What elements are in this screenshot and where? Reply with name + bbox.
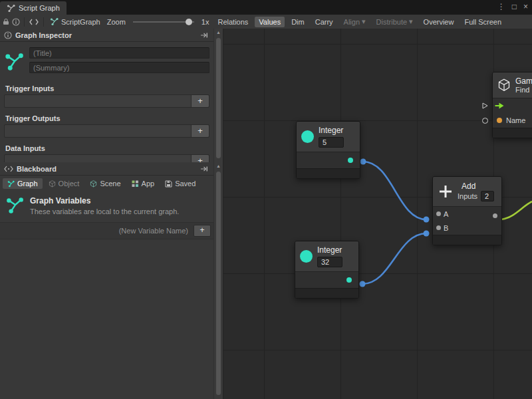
- integer-value-field[interactable]: 32: [317, 257, 342, 267]
- dock-arrow-icon[interactable]: [200, 166, 208, 172]
- graph-canvas[interactable]: Integer 5 Integer 32: [223, 29, 532, 399]
- new-variable-input[interactable]: [3, 226, 194, 235]
- integer-node-2[interactable]: Integer 32: [295, 241, 359, 299]
- graph-title-input[interactable]: [29, 47, 209, 59]
- distribute-label: Distribute: [376, 18, 407, 26]
- add-trigger-output-button[interactable]: +: [191, 125, 209, 137]
- zoom-slider-handle[interactable]: [186, 19, 192, 25]
- values-button[interactable]: Values: [255, 17, 285, 27]
- inputs-count-field[interactable]: 2: [481, 191, 494, 201]
- sidebar: Graph Inspector Trigger Inputs + Trigger…: [0, 29, 223, 399]
- close-icon[interactable]: ×: [523, 2, 528, 11]
- align-label: Align: [344, 18, 360, 26]
- wire-integer5-to-add-a[interactable]: [363, 162, 426, 219]
- add-trigger-input-button[interactable]: +: [191, 95, 209, 107]
- tab-saved[interactable]: Saved: [160, 178, 200, 189]
- tab-script-graph[interactable]: Script Graph: [0, 1, 66, 15]
- inputs-label: Inputs: [458, 192, 477, 200]
- graph-toolbar: ScriptGraph Zoom 1x Relations Values Dim…: [0, 15, 532, 29]
- carry-label: Carry: [315, 18, 333, 26]
- find-node-header: Game Find: [493, 72, 532, 98]
- graph-variables-block: Graph Variables These variables are loca…: [0, 192, 223, 218]
- tab-graph-label: Graph: [17, 180, 38, 188]
- tab-saved-label: Saved: [175, 180, 196, 188]
- tab-graph[interactable]: Graph: [3, 178, 43, 189]
- info-icon[interactable]: [12, 18, 20, 26]
- control-input-port[interactable]: [482, 102, 488, 109]
- inspector-scrollbar-thumb[interactable]: [216, 38, 221, 158]
- tab-app[interactable]: App: [127, 178, 160, 189]
- tab-scene[interactable]: Scene: [85, 178, 125, 189]
- full-screen-button[interactable]: Full Screen: [460, 17, 505, 27]
- align-button[interactable]: Align▾: [340, 16, 370, 27]
- node-title-line2: Find: [515, 86, 532, 94]
- graph-summary-input[interactable]: [29, 62, 209, 73]
- wire-integer32-to-add-b[interactable]: [362, 233, 426, 284]
- wire-endpoint[interactable]: [360, 159, 366, 165]
- tab-object[interactable]: Object: [44, 178, 84, 189]
- graph-icon: [50, 17, 59, 26]
- lock-icon[interactable]: [3, 18, 9, 25]
- code-icon[interactable]: [29, 19, 39, 25]
- game-object-cube-icon: [497, 78, 511, 92]
- name-port-dot[interactable]: [497, 118, 502, 123]
- overview-button[interactable]: Overview: [420, 17, 458, 27]
- dim-button[interactable]: Dim: [287, 17, 309, 27]
- node-footer: [297, 168, 360, 178]
- wire-endpoint[interactable]: [424, 231, 430, 237]
- new-variable-row: +: [0, 222, 213, 239]
- window-tab-bar: Script Graph ⋮ □ ×: [0, 0, 532, 15]
- tab-title: Script Graph: [19, 4, 60, 12]
- blackboard-scrollbar-thumb[interactable]: [216, 172, 221, 395]
- distribute-button[interactable]: Distribute▾: [372, 16, 417, 27]
- graph-inspector-panel: Graph Inspector Trigger Inputs + Trigger…: [0, 29, 223, 162]
- find-node[interactable]: Game Find Name: [492, 72, 532, 138]
- integer-node-1[interactable]: Integer 5: [296, 121, 360, 179]
- tab-app-label: App: [142, 180, 155, 188]
- graph-variables-description: These variables are local to the current…: [30, 207, 179, 215]
- maximize-icon[interactable]: □: [512, 2, 517, 11]
- graph-name-item[interactable]: ScriptGraph: [48, 17, 102, 26]
- input-port-a[interactable]: [436, 211, 441, 216]
- wire-endpoint[interactable]: [424, 217, 430, 223]
- script-graph-icon: [7, 4, 15, 13]
- overview-label: Overview: [424, 18, 454, 26]
- integer-icon: [301, 130, 314, 143]
- relations-label: Relations: [217, 18, 248, 26]
- scroll-up-icon[interactable]: ▲: [214, 29, 223, 37]
- node-title-line1: Game: [515, 76, 532, 86]
- trigger-inputs-list: +: [4, 94, 209, 108]
- scroll-up-icon[interactable]: ▲: [214, 162, 223, 170]
- wire-add-output[interactable]: [501, 201, 532, 219]
- add-variable-button[interactable]: +: [194, 225, 211, 237]
- scene-icon: [90, 180, 97, 188]
- green-arrow-icon[interactable]: [495, 102, 505, 109]
- circle-port-icon: [482, 118, 488, 124]
- carry-button[interactable]: Carry: [311, 17, 337, 27]
- add-output-port[interactable]: [493, 213, 497, 218]
- port-row-b: B: [433, 221, 501, 235]
- zoom-slider[interactable]: [133, 21, 194, 23]
- node-footer: [433, 235, 501, 245]
- blackboard-tabs: Graph Object Scene App Saved: [0, 176, 213, 192]
- wire-endpoint[interactable]: [360, 281, 366, 287]
- integer-icon: [300, 250, 313, 263]
- relations-button[interactable]: Relations: [213, 17, 252, 27]
- integer-value-field[interactable]: 5: [319, 137, 344, 148]
- graph-identity-fields: [29, 47, 209, 76]
- integer-output-port[interactable]: [346, 277, 352, 283]
- add-node[interactable]: Add Inputs 2 A B: [432, 176, 502, 245]
- menu-icon[interactable]: ⋮: [497, 2, 505, 11]
- blackboard-header: Blackboard: [0, 162, 223, 176]
- node-footer: [493, 128, 532, 138]
- inspector-scrollbar[interactable]: ▲: [213, 29, 223, 162]
- full-screen-label: Full Screen: [464, 18, 501, 26]
- input-port-b[interactable]: [436, 225, 441, 230]
- integer-output-port[interactable]: [348, 158, 353, 163]
- graph-inspector-header: Graph Inspector: [0, 29, 223, 42]
- integer-node-1-header: Integer 5: [297, 122, 360, 152]
- dock-arrow-icon[interactable]: [200, 32, 208, 39]
- graph-name-label: ScriptGraph: [61, 18, 100, 26]
- value-input-port[interactable]: [482, 118, 488, 124]
- blackboard-scrollbar[interactable]: ▲: [213, 162, 223, 399]
